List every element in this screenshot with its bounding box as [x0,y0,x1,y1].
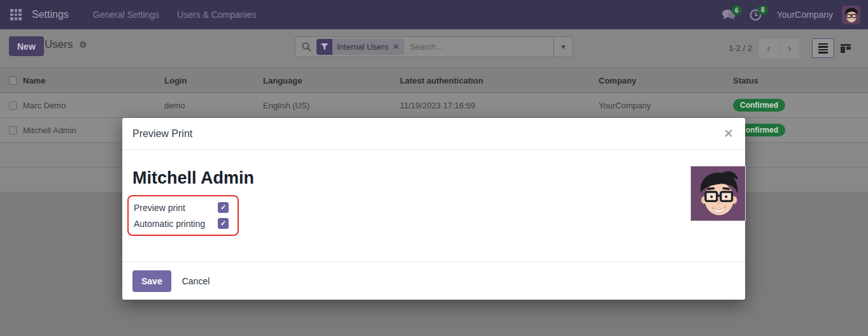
search-input[interactable] [404,42,553,52]
table-row-marc-demo[interactable]: Marc Demo demo English (US) 11/19/2023 1… [0,93,868,118]
gear-icon[interactable]: ⚙ [79,40,87,50]
column-header-company[interactable]: Company [599,76,733,85]
messages-icon[interactable]: 6 [722,9,736,20]
list-view-button[interactable] [812,38,834,58]
dialog-header: Preview Print ✕ [122,118,745,150]
row-checkbox[interactable] [9,101,17,110]
column-header-login[interactable]: Login [164,76,263,85]
user-profile-image [690,166,746,221]
caret-down-icon: ▼ [560,43,567,50]
facet-label: Internal Users [332,42,393,52]
cell-language: English (US) [263,101,400,110]
view-switcher [812,38,857,58]
field-automatic-printing: Automatic printing ✓ [134,215,232,231]
field-label-automatic-printing: Automatic printing [134,219,218,229]
highlight-box: Preview print ✓ Automatic printing ✓ [127,195,239,236]
column-header-status[interactable]: Status [733,76,868,85]
page-title: Users [45,38,73,51]
cancel-button[interactable]: Cancel [182,276,210,286]
field-preview-print: Preview print ✓ [134,200,232,215]
control-panel: New Users ⚙ Internal Users ✕ ▼ 1-2 / 2 ‹ [0,29,868,68]
activities-count-badge: 8 [758,5,768,15]
user-avatar-image [842,6,860,24]
preview-print-dialog: Preview Print ✕ Mitchell Admin Preview p… [122,118,745,300]
filter-funnel-icon [317,39,332,55]
apps-menu-icon[interactable] [10,9,22,20]
automatic-printing-checkbox[interactable]: ✓ [218,218,229,229]
list-view-icon [818,43,828,54]
save-button[interactable]: Save [132,270,171,292]
select-all-checkbox[interactable] [9,77,17,85]
cell-name: Marc Demo [23,101,164,110]
dialog-footer: Save Cancel [122,261,745,300]
kanban-view-icon [841,44,851,53]
facet-remove-icon[interactable]: ✕ [393,43,404,51]
new-button[interactable]: New [9,36,44,56]
cell-latest-authentication: 11/19/2023 17:16:59 [400,101,599,110]
kanban-view-button[interactable] [834,38,857,58]
pager: 1-2 / 2 ‹ › [729,38,868,58]
navbar-menu: General Settings Users & Companies [85,6,264,24]
search-bar[interactable]: Internal Users ✕ ▼ [295,36,573,57]
activities-icon[interactable]: 8 [750,9,762,21]
close-icon[interactable]: ✕ [723,128,734,140]
table-header-row: Name Login Language Latest authenticatio… [0,68,868,93]
column-header-name[interactable]: Name [23,76,164,85]
company-switcher[interactable]: YourCompany [777,10,833,20]
filter-facet-internal-users[interactable]: Internal Users ✕ [317,39,404,55]
menu-users-companies[interactable]: Users & Companies [169,6,264,24]
navbar: Settings General Settings Users & Compan… [0,0,868,29]
messages-count-badge: 6 [732,5,742,15]
cell-company: YourCompany [599,101,733,110]
dialog-body: Mitchell Admin Preview print ✓ Automatic… [122,168,745,236]
user-name-heading: Mitchell Admin [132,168,735,188]
row-checkbox[interactable] [9,126,17,135]
search-icon [302,42,311,52]
preview-print-checkbox[interactable]: ✓ [218,202,229,213]
pager-prev-button[interactable]: ‹ [758,39,779,58]
menu-general-settings[interactable]: General Settings [85,6,167,24]
dialog-title: Preview Print [132,128,192,140]
user-avatar[interactable] [842,6,860,24]
cell-login: demo [164,101,263,110]
column-header-latest-authentication[interactable]: Latest authentication [400,76,599,85]
app-name[interactable]: Settings [32,9,69,20]
pager-range: 1-2 / 2 [729,43,752,53]
field-label-preview-print: Preview print [134,203,218,213]
search-dropdown-toggle[interactable]: ▼ [553,37,573,57]
systray: 6 8 YourCompany [708,6,860,24]
column-header-language[interactable]: Language [263,76,400,85]
status-badge: Confirmed [733,99,785,112]
pager-next-button[interactable]: › [779,39,799,58]
